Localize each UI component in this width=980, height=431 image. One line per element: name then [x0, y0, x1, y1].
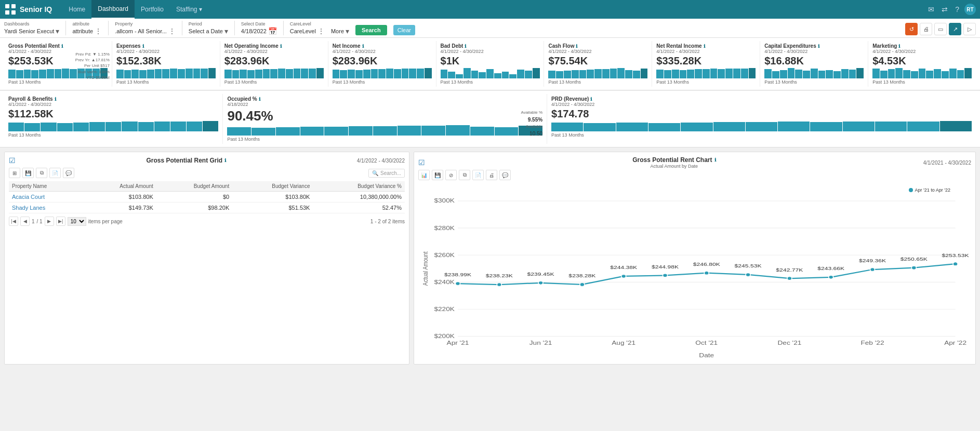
bar-5	[263, 69, 270, 78]
svg-text:$243.66K: $243.66K	[817, 266, 845, 271]
items-per-page[interactable]: 10 25 50	[68, 217, 86, 226]
cell-property-0[interactable]: Acacia Court	[9, 192, 84, 203]
chart-tool-print[interactable]: 🖨	[486, 170, 497, 180]
bar-1	[340, 70, 347, 78]
grid-tool-copy[interactable]: ⧉	[36, 168, 47, 178]
kpi-card-8: Marketing ℹ 4/1/2022 - 4/30/2022 $4.53K …	[868, 41, 976, 87]
calendar-icon[interactable]: 📅	[268, 27, 277, 35]
kpi-title-0: Gross Potential Rent ℹ	[8, 43, 108, 49]
grid-checkbox[interactable]: ☑	[9, 156, 16, 165]
kpi-info-6[interactable]: ℹ	[704, 44, 705, 49]
bar-10	[301, 69, 308, 78]
kpi-info-r2-0[interactable]: ℹ	[55, 97, 56, 102]
kpi-title-7: Capital Expenditures ℹ	[764, 43, 864, 49]
property-group: Property .allcom - All Senior... ⋮	[115, 21, 176, 35]
clear-button[interactable]: Clear	[393, 25, 415, 35]
refresh-icon-btn[interactable]: ↺	[905, 23, 918, 35]
kpi-info-4[interactable]: ℹ	[465, 44, 466, 49]
svg-text:$260K: $260K	[434, 252, 455, 258]
print-icon-btn[interactable]: 🖨	[920, 23, 932, 35]
cell-property-1[interactable]: Shady Lanes	[9, 203, 84, 213]
bar2-10	[470, 127, 494, 136]
dashboards-value: Yardi Senior Execut	[4, 28, 54, 34]
kpi-info-r2-1[interactable]: ℹ	[259, 97, 260, 102]
kpi-meta: Prev Pd: ▼ 1.15% Prev Yr: ▲17.81% Per Un…	[75, 51, 110, 80]
bar-4	[471, 71, 479, 78]
share-icon-btn[interactable]: ▷	[963, 23, 976, 35]
grid-search[interactable]: 🔍 Search...	[368, 169, 405, 178]
table-footer: |◀ ◀ 1 / 1 ▶ ▶| 10 25 50 items per page …	[9, 217, 405, 226]
help-icon[interactable]: ?	[953, 4, 961, 15]
kpi-card-1: Expenses ℹ 4/1/2022 - 4/30/2022 $152.38K…	[112, 41, 220, 87]
search-button[interactable]: Search	[355, 25, 387, 35]
bar-2	[888, 69, 895, 78]
attribute-menu[interactable]: ⋮	[95, 27, 102, 35]
kpi-title-2: Net Operating Income ℹ	[224, 43, 324, 49]
export-icon-btn[interactable]: ↗	[949, 23, 961, 35]
bar-1	[664, 70, 671, 78]
chart-tool-save[interactable]: 💾	[432, 170, 443, 180]
chart-tool-export2[interactable]: ⧉	[459, 170, 470, 180]
page-next[interactable]: ▶	[45, 217, 54, 226]
svg-point-25	[455, 282, 460, 286]
grid-tool-export[interactable]: 📄	[49, 168, 61, 178]
chart-tool-comment[interactable]: 💬	[499, 170, 511, 180]
sync-icon[interactable]: ⇄	[939, 4, 950, 15]
layout-icon-btn[interactable]: ▭	[934, 23, 947, 35]
kpi-info-r2-2[interactable]: ℹ	[590, 97, 592, 102]
dashboards-dropdown[interactable]: ▾	[56, 27, 59, 35]
kpi-info-5[interactable]: ℹ	[576, 44, 577, 49]
kpi-info-8[interactable]: ℹ	[898, 44, 900, 49]
bar-0	[441, 70, 448, 78]
chart-tool-filter[interactable]: ⊘	[445, 170, 457, 180]
chart-tool-bar[interactable]: 📊	[418, 170, 430, 180]
svg-text:$300K: $300K	[434, 198, 455, 204]
bar-7	[602, 69, 610, 78]
chart-info[interactable]: ℹ	[714, 157, 716, 163]
grid-tool-save[interactable]: 💾	[22, 168, 34, 178]
kpi-value-1: $152.38K	[116, 55, 216, 67]
page-prev[interactable]: ◀	[20, 217, 30, 226]
svg-point-32	[746, 273, 750, 277]
nav-dashboard[interactable]: Dashboard	[91, 0, 135, 19]
grid-info[interactable]: ℹ	[224, 158, 226, 163]
user-avatar[interactable]: RT	[964, 4, 976, 15]
carelevel-menu[interactable]: ⋮	[317, 27, 325, 35]
grid-panel: ☑ Gross Potential Rent Grid ℹ 4/1/2022 -…	[4, 152, 409, 365]
bar-6	[378, 69, 386, 78]
kpi-footer-7: Past 13 Months	[764, 79, 864, 85]
dashboards-group: Dashboards Yardi Senior Execut ▾	[4, 21, 59, 35]
kpi-info-1[interactable]: ℹ	[142, 44, 144, 49]
period-dropdown[interactable]: ▾	[224, 27, 228, 35]
bar2-12	[940, 121, 972, 131]
kpi-value-r2-2: $174.78	[551, 108, 972, 120]
kpi-info-3[interactable]: ℹ	[362, 44, 364, 49]
svg-text:Date: Date	[699, 353, 714, 359]
nav-home[interactable]: Home	[62, 0, 91, 19]
kpi-info-2[interactable]: ℹ	[280, 44, 282, 49]
bar-11	[309, 69, 316, 78]
bar-7	[170, 69, 177, 78]
property-menu[interactable]: ⋮	[168, 27, 176, 35]
more-dropdown[interactable]: ▾	[346, 27, 349, 35]
page-first[interactable]: |◀	[9, 217, 18, 226]
bar-5	[911, 71, 918, 78]
svg-text:$200K: $200K	[434, 333, 455, 340]
nav-staffing[interactable]: Staffing ▾	[170, 0, 208, 19]
bar2-8	[810, 122, 842, 131]
grid-tool-comment[interactable]: 💬	[63, 168, 74, 178]
nav-portfolio[interactable]: Portfolio	[135, 0, 170, 19]
kpi-footer-1: Past 13 Months	[116, 79, 216, 85]
kpi-info-0[interactable]: ℹ	[61, 44, 63, 49]
chart-tool-export3[interactable]: 📄	[472, 170, 484, 180]
page-last[interactable]: ▶|	[56, 217, 65, 226]
svg-rect-3	[11, 10, 16, 15]
grid-tool-table[interactable]: ⊞	[9, 168, 20, 178]
svg-point-31	[704, 271, 709, 275]
chart-checkbox[interactable]: ☑	[418, 158, 425, 167]
kpi-footer-2: Past 13 Months	[224, 79, 324, 85]
kpi-info-7[interactable]: ℹ	[818, 44, 819, 49]
bar-1	[232, 70, 240, 78]
mail-icon[interactable]: ✉	[926, 4, 936, 15]
bar-1	[448, 72, 455, 78]
